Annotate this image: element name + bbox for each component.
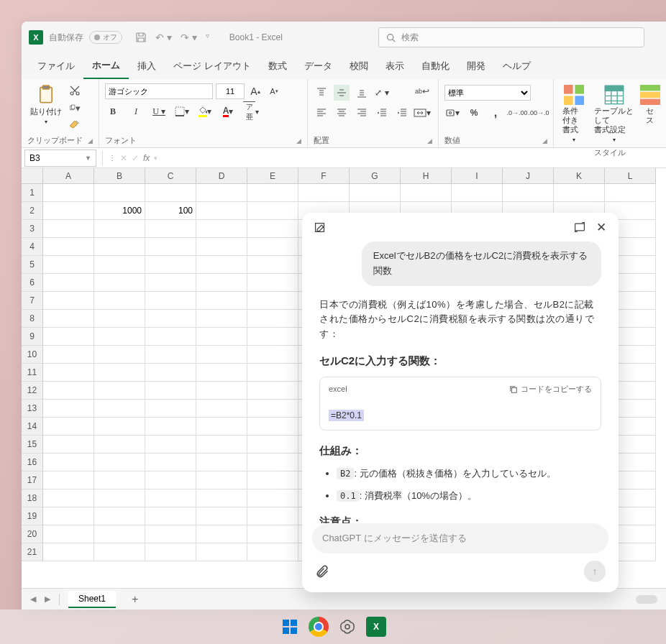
cell[interactable]: 1000 [94, 202, 145, 220]
row-header[interactable]: 5 [22, 256, 43, 274]
tab-挿入[interactable]: 挿入 [129, 54, 165, 78]
decrease-indent-icon[interactable] [374, 105, 390, 121]
expand-icon[interactable] [573, 220, 587, 234]
column-header[interactable]: J [503, 168, 554, 184]
cell[interactable] [145, 292, 196, 310]
cell[interactable] [145, 310, 196, 328]
cell[interactable] [196, 382, 247, 400]
cell[interactable] [145, 238, 196, 256]
row-header[interactable]: 20 [22, 525, 43, 543]
cell[interactable] [196, 346, 247, 364]
number-format-select[interactable]: 標準 [444, 85, 531, 101]
column-header[interactable]: H [401, 168, 452, 184]
cell[interactable] [247, 202, 298, 220]
tab-ファイル[interactable]: ファイル [29, 54, 83, 78]
comma-format-icon[interactable]: , [488, 105, 503, 121]
copy-code-button[interactable]: コードをコピーする [509, 383, 592, 396]
orientation-icon[interactable]: ⤢ ▾ [374, 85, 390, 101]
cell[interactable] [145, 346, 196, 364]
cell[interactable] [43, 220, 94, 238]
edit-icon[interactable] [312, 220, 327, 234]
format-as-table-button[interactable]: テーブルとして 書式設定▾ [591, 82, 637, 146]
increase-decimal-icon[interactable]: .0→.00 [509, 105, 525, 121]
cell[interactable] [401, 184, 452, 202]
openai-icon[interactable] [337, 617, 357, 637]
cell[interactable] [94, 220, 145, 238]
row-header[interactable]: 1 [22, 184, 43, 202]
column-header[interactable]: L [605, 168, 656, 184]
phonetic-button[interactable]: ア亜 ▾ [243, 104, 259, 119]
cell[interactable] [196, 507, 247, 525]
cell[interactable] [43, 472, 94, 489]
row-header[interactable]: 15 [22, 436, 43, 454]
add-sheet-button[interactable]: + [124, 593, 145, 606]
cell[interactable] [145, 418, 196, 436]
cell[interactable] [43, 418, 94, 436]
cell[interactable] [43, 274, 94, 292]
cell[interactable] [196, 454, 247, 472]
cell[interactable] [196, 400, 247, 418]
cell[interactable] [247, 238, 298, 256]
redo-icon[interactable]: ↷ ▾ [181, 32, 197, 43]
cell[interactable] [196, 525, 247, 543]
horizontal-scroll-icon[interactable] [636, 595, 657, 604]
cell-styles-button[interactable]: セ ス [640, 82, 660, 128]
cell[interactable] [145, 525, 196, 543]
cell[interactable] [145, 364, 196, 382]
cell[interactable] [94, 364, 145, 382]
row-header[interactable]: 11 [22, 364, 43, 382]
underline-button[interactable]: U ▾ [151, 104, 167, 119]
cell[interactable] [247, 436, 298, 454]
cell[interactable] [196, 328, 247, 346]
cell[interactable] [247, 364, 298, 382]
cell[interactable] [196, 184, 247, 202]
cell[interactable] [145, 454, 196, 472]
row-header[interactable]: 8 [22, 310, 43, 328]
cell[interactable] [94, 292, 145, 310]
cell[interactable] [145, 220, 196, 238]
cell[interactable] [94, 400, 145, 418]
cell[interactable] [145, 256, 196, 274]
cut-icon[interactable] [69, 85, 81, 96]
row-header[interactable]: 17 [22, 472, 43, 489]
border-button[interactable]: ▾ [174, 104, 190, 119]
tab-ヘルプ[interactable]: ヘルプ [494, 54, 539, 78]
sheet-prev-icon[interactable]: ◀ [30, 594, 36, 604]
column-header[interactable]: B [94, 168, 145, 184]
font-name-select[interactable] [105, 83, 213, 99]
dialog-launcher-icon[interactable]: ◢ [88, 137, 93, 144]
cell[interactable] [43, 525, 94, 543]
cell[interactable] [196, 364, 247, 382]
cell[interactable] [196, 418, 247, 436]
cell[interactable] [43, 202, 94, 220]
row-header[interactable]: 16 [22, 454, 43, 472]
row-header[interactable]: 3 [22, 220, 43, 238]
fill-color-button[interactable]: ▾ [197, 104, 213, 119]
cell[interactable] [196, 436, 247, 454]
cell[interactable] [247, 256, 298, 274]
column-header[interactable]: E [247, 168, 298, 184]
cell[interactable] [298, 184, 350, 202]
cell[interactable] [605, 184, 656, 202]
cell[interactable] [43, 382, 94, 400]
chat-input[interactable]: ChatGPT にメッセージを送信する [312, 523, 608, 553]
cell[interactable] [554, 184, 605, 202]
name-box[interactable]: B3 ▼ [24, 150, 96, 167]
column-header[interactable]: A [43, 168, 94, 184]
cell[interactable] [43, 256, 94, 274]
increase-indent-icon[interactable] [394, 105, 410, 121]
cell[interactable] [247, 489, 298, 507]
cell[interactable] [196, 220, 247, 238]
column-header[interactable]: G [350, 168, 401, 184]
cell[interactable] [43, 346, 94, 364]
align-middle-icon[interactable] [334, 85, 350, 101]
cell[interactable] [145, 436, 196, 454]
cell[interactable] [196, 202, 247, 220]
cell[interactable] [94, 472, 145, 489]
cell[interactable] [247, 400, 298, 418]
cell[interactable] [247, 472, 298, 489]
undo-icon[interactable]: ↶ ▾ [155, 32, 172, 43]
row-header[interactable]: 4 [22, 238, 43, 256]
cell[interactable] [94, 256, 145, 274]
tab-自動化[interactable]: 自動化 [413, 54, 458, 78]
